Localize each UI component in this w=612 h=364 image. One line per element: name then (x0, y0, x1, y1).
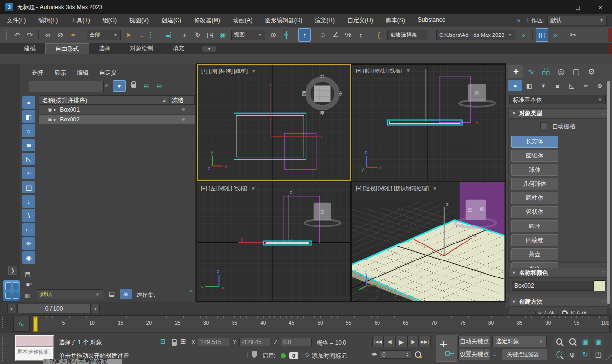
explorer-preset-dropdown[interactable]: 默认 ▼ (37, 289, 103, 299)
warning-count-badge[interactable]: 0 (289, 352, 298, 359)
cameras-category[interactable]: ◙ (551, 80, 564, 91)
next-frame-button[interactable]: |▶ (407, 336, 419, 347)
play-button[interactable]: ▶ (396, 336, 407, 347)
keyable-icon[interactable]: ∴ (493, 351, 497, 358)
object-dot-icon[interactable]: ● (54, 107, 56, 112)
z-coordinate-field[interactable]: 0.0 (281, 338, 312, 346)
visibility-eye-icon[interactable]: ◉ (48, 107, 52, 112)
select-and-manipulate-icon[interactable]: ╋ (280, 29, 292, 41)
hierarchy-tab[interactable]: 品 (539, 65, 554, 78)
display-space-warps-icon[interactable]: ≈ (22, 167, 35, 179)
shapes-category[interactable]: ◧ (522, 80, 536, 91)
display-xrefs-icon[interactable]: ↓ (22, 195, 35, 208)
display-tab[interactable]: ▢ (569, 65, 584, 78)
funnel-icon[interactable]: ▼ (252, 69, 256, 74)
display-hidden-icon[interactable]: ◉ (22, 251, 35, 264)
autogrid-checkbox[interactable] (540, 122, 547, 129)
ribbon-tab-active[interactable]: 自由形式 (45, 43, 89, 54)
subcategory-dropdown[interactable]: 标准基本体 ▼ (509, 95, 606, 104)
explorer-menu-item[interactable]: 显示 (54, 69, 66, 77)
menu-item[interactable]: 视图(V) (123, 17, 155, 25)
maximize-viewport-icon[interactable]: ◳ (593, 349, 604, 360)
next-frame-arrow[interactable]: > (91, 304, 100, 313)
viewport-label[interactable]: [+] [透视] [标准] [默认明暗处理]▼ (356, 185, 437, 192)
viewport-left[interactable]: z y x 左 y z x (197, 182, 351, 302)
toolbar-overflow-icon[interactable]: » (549, 29, 561, 41)
freeze-snowflake-icon[interactable]: ✳ (172, 117, 195, 122)
display-containers-icon[interactable]: ▭ (22, 223, 35, 236)
go-to-end-button[interactable]: ▶▶| (419, 336, 431, 347)
viewport-perspective-canvas[interactable]: z X 左 前 z x (352, 182, 505, 301)
isolate-selection-icon[interactable]: ⊡ (160, 337, 166, 345)
utilities-tab[interactable]: ⚙ (584, 65, 599, 78)
menu-item[interactable]: 动画(A) (227, 17, 259, 25)
unlink-selection-icon[interactable]: ⊘ (54, 29, 66, 41)
pan-hand-icon[interactable]: ψ (566, 349, 578, 360)
auto-key-button[interactable]: 自动关键点 (458, 336, 490, 347)
menu-item[interactable]: 文件(F) (0, 17, 32, 25)
menu-item[interactable]: 组(G) (96, 17, 123, 25)
viewport-perspective[interactable]: z X 左 前 z x [+] [透 (351, 182, 505, 302)
rollout-name-color[interactable]: ▼ 名称和颜色∷ (508, 268, 609, 277)
expand-hierarchy-icon[interactable]: ⊞ (141, 81, 152, 91)
go-to-start-button[interactable]: |◀◀ (372, 336, 384, 347)
freeze-snowflake-icon[interactable]: ✳ (172, 107, 195, 112)
object-type-button[interactable]: 圆环 (511, 220, 558, 232)
selected-objects-dropdown[interactable]: 选定对象▼ (492, 336, 547, 347)
selection-filter-dropdown[interactable]: 全部▼ (87, 30, 121, 40)
display-cameras-icon[interactable]: ◙ (22, 139, 35, 151)
viewport-front-canvas[interactable]: x 前 z x y (352, 65, 505, 181)
display-particles-icon[interactable]: ✳ (22, 237, 35, 250)
viewport-top-canvas[interactable]: yx 北 南 西 东 y x z (198, 65, 350, 180)
object-type-button[interactable]: 长方体 (511, 136, 558, 148)
table-row[interactable]: ◉●Box002✳ (39, 115, 195, 124)
viewport-label[interactable]: [+] [前] [标准] [线框]▼ (356, 67, 411, 74)
menu-item[interactable]: 图形编辑器(D) (259, 17, 309, 25)
space-warps-category[interactable]: ≈ (579, 80, 593, 91)
visibility-eye-icon[interactable]: ◉ (48, 117, 52, 122)
bind-to-space-warp-icon[interactable]: ≈ (67, 29, 79, 41)
y-coordinate-field[interactable]: -129.45 (239, 338, 270, 346)
menu-item[interactable]: 自定义(U) (341, 17, 379, 25)
panel-chevrons[interactable]: » (29, 280, 32, 286)
display-helpers-icon[interactable]: ◺ (22, 153, 35, 165)
shield-icon[interactable] (252, 351, 257, 360)
named-selection-sets-icon[interactable]: { (373, 29, 385, 41)
list-view-icon[interactable]: ▤ (23, 270, 32, 278)
minimize-button[interactable]: — (544, 0, 567, 14)
keyboard-override-button[interactable]: ↑ (298, 28, 311, 42)
time-tag-icon[interactable]: ◇ (305, 351, 309, 358)
frame-range-field[interactable]: 0 / 100 (17, 304, 91, 313)
object-type-button[interactable]: 几何球体 (511, 178, 558, 190)
toolbar-extra-icon[interactable]: ✂ (567, 29, 579, 41)
viewport-label[interactable]: [+] [顶] [标准] [线框]▼ (201, 68, 256, 75)
select-and-rotate-icon[interactable]: ↻ (192, 29, 203, 41)
previous-frame-button[interactable]: ◀| (384, 336, 396, 347)
reference-coordinate-dropdown[interactable]: 视图▼ (231, 30, 265, 40)
time-configuration-icon[interactable] (415, 351, 421, 359)
explorer-search-input[interactable] (29, 81, 104, 92)
key-filters-button[interactable]: 关键点过滤器.. (502, 349, 547, 360)
collapse-hierarchy-icon[interactable]: ⊟ (154, 81, 164, 91)
clear-search-icon[interactable]: × (104, 82, 108, 89)
display-lights-icon[interactable]: ☼ (22, 124, 35, 137)
viewport-top[interactable]: yx 北 南 西 东 y x z (197, 64, 351, 181)
column-name[interactable]: 名称(按升序排序) (39, 96, 87, 104)
display-bones-icon[interactable]: ∖ (22, 209, 35, 222)
add-time-tag-label[interactable]: 添加时间标记 (312, 352, 347, 360)
display-groups-icon[interactable]: ◰ (22, 181, 35, 193)
spinner-snap-icon[interactable]: ↕ (355, 29, 367, 41)
menu-item[interactable]: 渲染(R) (308, 17, 341, 25)
modify-tab[interactable]: ∿ (523, 65, 539, 78)
ribbon-tab-item[interactable]: 选择 (89, 43, 120, 54)
key-mode-toggle-icon[interactable]: ◀▶ (371, 352, 377, 356)
use-pivot-point-icon[interactable]: ⊕ (268, 29, 279, 41)
object-type-button[interactable]: 圆柱体 (511, 192, 558, 204)
project-folder-dropdown[interactable]: C:\Users\Ad···ds Max 2023▼ (436, 30, 515, 40)
select-and-scale-icon[interactable]: ◳ (204, 29, 216, 41)
display-shapes-icon[interactable]: ◧ (22, 110, 35, 123)
footer-chevrons[interactable]: » (190, 288, 193, 294)
viewport-front[interactable]: x 前 z x y [+] [前] [标准] [线框]▼ (351, 64, 505, 181)
undo-icon[interactable]: ↶ (11, 29, 23, 41)
object-type-button[interactable]: 球体 (511, 164, 558, 176)
